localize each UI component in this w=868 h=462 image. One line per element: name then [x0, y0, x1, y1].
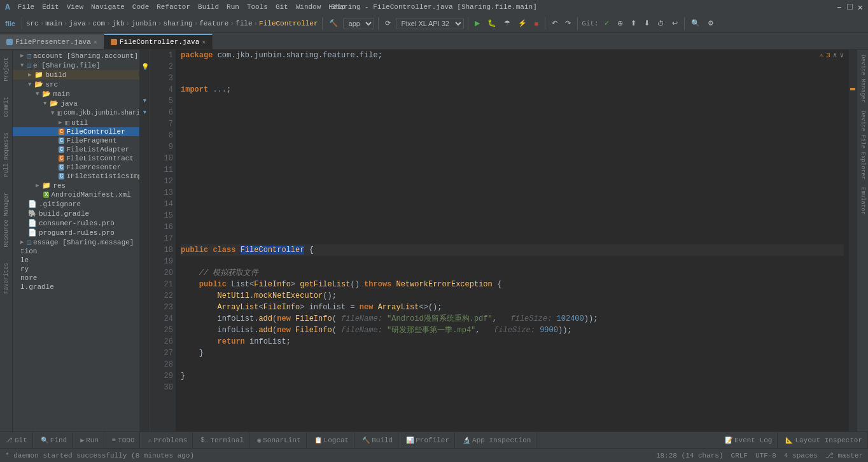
git-fetch-button[interactable]: ⬇	[641, 18, 652, 29]
lightbulb-icon[interactable]: 💡	[141, 63, 149, 71]
status-indent[interactable]: 4 spaces	[784, 452, 818, 459]
sync-button[interactable]: ⟳	[382, 18, 393, 29]
back-button[interactable]: ↶	[549, 18, 560, 29]
tree-item-filecontroller[interactable]: C FileController	[13, 127, 139, 136]
menu-edit[interactable]: Edit	[42, 3, 59, 11]
search-everywhere-button[interactable]: 🔍	[689, 18, 703, 29]
git-push-button[interactable]: ⬆	[628, 18, 639, 29]
menu-view[interactable]: View	[67, 3, 83, 11]
menu-run[interactable]: Run	[227, 3, 239, 11]
pull-requests-label[interactable]: Pull Requests	[2, 127, 11, 182]
minimize-button[interactable]: –	[837, 2, 842, 13]
tree-item-nore[interactable]: nore	[13, 274, 139, 283]
git-history-button[interactable]: ⏱	[655, 18, 667, 29]
menu-refactor[interactable]: Refactor	[157, 3, 190, 11]
menu-git[interactable]: Git	[276, 3, 288, 11]
tree-item-src[interactable]: ▼ 📂 src	[13, 80, 139, 89]
tab-filepresenter-close[interactable]: ✕	[94, 38, 97, 46]
debug-button[interactable]: 🐛	[485, 18, 499, 29]
device-manager-label[interactable]: Device Manager	[858, 52, 867, 106]
bottom-tab-terminal[interactable]: $_ Terminal	[195, 432, 249, 449]
warning-indicator[interactable]: ⚠ 3 ∧ ∨	[820, 51, 844, 59]
tree-item-account[interactable]: ▶ ◫ account [Sharing.account]	[13, 51, 139, 60]
bottom-tab-run[interactable]: ▶ Run	[75, 432, 104, 449]
close-button[interactable]: ✕	[858, 2, 863, 13]
tree-item-buildgradle[interactable]: 🐘 build.gradle	[13, 209, 139, 218]
bottom-tab-eventlog[interactable]: 📝 Event Log	[720, 432, 778, 449]
bottom-tab-find[interactable]: 🔍 Find	[36, 432, 73, 449]
device-file-explorer-label[interactable]: Device File Explorer	[858, 108, 867, 182]
tree-item-util[interactable]: ▶ ◧ util	[13, 118, 139, 127]
breadcrumb-junbin[interactable]: junbin	[131, 20, 157, 27]
tree-item-le[interactable]: le	[13, 256, 139, 265]
fold-end-icon[interactable]: ▼	[143, 109, 146, 116]
breadcrumb-filecontroller[interactable]: FileController	[259, 20, 318, 27]
breadcrumb-main[interactable]: main	[45, 20, 62, 27]
bottom-tab-appinspection[interactable]: 🔬 App Inspection	[458, 432, 536, 449]
profile-button[interactable]: ⚡	[515, 18, 529, 29]
menu-file[interactable]: File	[18, 3, 34, 11]
git-merge-button[interactable]: ⊕	[615, 18, 626, 29]
breadcrumb-sharing[interactable]: sharing	[163, 20, 192, 27]
tree-item-file-module[interactable]: ▼ ◫ e [Sharing.file]	[13, 60, 139, 70]
bottom-tab-profiler[interactable]: 📊 Profiler	[401, 432, 455, 449]
menu-code[interactable]: Code	[132, 3, 149, 11]
tab-filepresenter[interactable]: FilePresenter.java ✕	[0, 34, 104, 49]
resource-manager-label[interactable]: Resource Manager	[2, 187, 11, 252]
code-content[interactable]: package com.jkb.junbin.sharing.feature.f…	[176, 50, 849, 431]
menu-window[interactable]: Window	[296, 3, 321, 11]
bottom-tab-logcat[interactable]: 📋 Logcat	[309, 432, 355, 449]
tree-item-message-module[interactable]: ▶ ◫ essage [Sharing.message]	[13, 237, 139, 247]
bottom-tab-problems[interactable]: ⚠ Problems	[143, 432, 193, 449]
tab-filecontroller[interactable]: FileController.java ✕	[104, 34, 213, 49]
tree-item-ifilestatistics[interactable]: C IFileStatisticsImp	[13, 172, 139, 181]
project-panel-label[interactable]: Project	[2, 52, 11, 87]
bottom-tab-git[interactable]: ⎇ Git	[0, 432, 33, 449]
tree-item-build[interactable]: ▶ 📁 build	[13, 70, 139, 80]
git-check-button[interactable]: ✓	[601, 18, 612, 29]
tab-filecontroller-close[interactable]: ✕	[202, 38, 206, 46]
device-combo[interactable]: Pixel XL API 32	[396, 18, 464, 29]
menu-tools[interactable]: Tools	[247, 3, 268, 11]
status-branch[interactable]: ⎇ master	[825, 451, 863, 459]
warning-up-arrow[interactable]: ∧	[833, 51, 837, 59]
tree-item-filefragment[interactable]: C FileFragment	[13, 136, 139, 145]
breadcrumb-file[interactable]: file	[235, 20, 252, 27]
settings-button[interactable]: ⚙	[705, 18, 717, 29]
favorites-label[interactable]: Favorites	[2, 258, 11, 299]
bottom-tab-build[interactable]: 🔨 Build	[357, 432, 398, 449]
maximize-button[interactable]: □	[847, 2, 852, 13]
warning-down-arrow[interactable]: ∨	[839, 51, 844, 59]
fold-arrow-icon[interactable]: ▼	[143, 98, 146, 104]
project-button[interactable]: file	[3, 18, 18, 29]
breadcrumb-jkb[interactable]: jkb	[112, 20, 125, 27]
emulator-label[interactable]: Emulator	[858, 185, 867, 217]
tree-item-filelistcontract[interactable]: C FileListContract	[13, 154, 139, 163]
breadcrumb-feature[interactable]: feature	[199, 20, 228, 27]
breadcrumb-com[interactable]: com	[92, 20, 105, 27]
coverage-button[interactable]: ☂	[501, 18, 513, 29]
tree-item-ry[interactable]: ry	[13, 265, 139, 274]
breadcrumb-java[interactable]: java	[69, 20, 85, 27]
bottom-tab-todo[interactable]: ≡ TODO	[107, 432, 140, 449]
forward-button[interactable]: ↷	[563, 18, 573, 29]
tree-item-gitignore[interactable]: 📄 .gitignore	[13, 199, 139, 209]
tree-item-filepresenter[interactable]: C FilePresenter	[13, 163, 139, 172]
breadcrumb-src[interactable]: src	[26, 20, 39, 27]
tree-item-androidmanifest[interactable]: X AndroidManifest.xml	[13, 190, 139, 199]
status-position[interactable]: 18:28 (14 chars)	[656, 452, 724, 459]
tree-item-filelistadapter[interactable]: C FileListAdapter	[13, 145, 139, 154]
git-revert-button[interactable]: ↩	[669, 18, 680, 29]
status-line-ending[interactable]: CRLF	[731, 452, 748, 459]
run-button[interactable]: ▶	[472, 18, 482, 29]
warning-marker-1[interactable]	[850, 88, 855, 90]
app-combo[interactable]: app	[343, 18, 374, 29]
tree-item-lgradle[interactable]: l.gradle	[13, 283, 139, 291]
stop-button[interactable]: ■	[532, 18, 542, 29]
tree-item-main[interactable]: ▼ 📂 main	[13, 89, 139, 99]
hammer-button[interactable]: 🔨	[326, 18, 340, 29]
bottom-tab-layoutinspector[interactable]: 📐 Layout Inspector	[780, 432, 868, 449]
tree-item-consumer-rules[interactable]: 📄 consumer-rules.pro	[13, 218, 139, 228]
tree-item-res[interactable]: ▶ 📁 res	[13, 181, 139, 190]
tree-item-java[interactable]: ▼ 📂 java	[13, 99, 139, 108]
